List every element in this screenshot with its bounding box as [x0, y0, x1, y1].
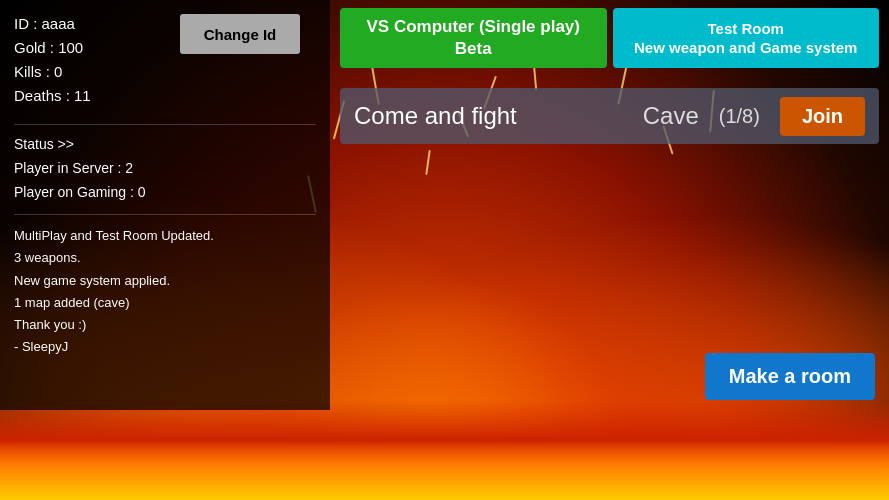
news-line4: 1 map added (cave) — [14, 292, 316, 314]
test-room-button[interactable]: Test Room New weapon and Game system — [613, 8, 880, 68]
player-kills: Kills : 0 — [14, 60, 316, 84]
news-line5: Thank you :) — [14, 314, 316, 336]
test-line1: Test Room — [708, 20, 784, 37]
divider-1 — [14, 124, 316, 125]
vs-computer-button[interactable]: VS Computer (Single play) Beta — [340, 8, 607, 68]
status-section: Status >> Player in Server : 2 Player on… — [14, 133, 316, 204]
test-line2: New weapon and Game system — [634, 39, 857, 56]
status-header: Status >> — [14, 133, 316, 157]
left-panel: ID : aaaa Gold : 100 Kills : 0 Deaths : … — [0, 0, 330, 410]
status-server: Player in Server : 2 — [14, 157, 316, 181]
top-buttons: VS Computer (Single play) Beta Test Room… — [340, 8, 879, 68]
news-line2: 3 weapons. — [14, 247, 316, 269]
room-row: Come and fight Cave (1/8) Join — [340, 88, 879, 144]
divider-2 — [14, 214, 316, 215]
news-line1: MultiPlay and Test Room Updated. — [14, 225, 316, 247]
status-gaming: Player on Gaming : 0 — [14, 181, 316, 205]
vs-line2: Beta — [455, 39, 492, 58]
news-line6: - SleepyJ — [14, 336, 316, 358]
room-players: (1/8) — [719, 105, 760, 128]
join-button[interactable]: Join — [780, 97, 865, 136]
room-name: Come and fight — [354, 102, 633, 130]
news-line3: New game system applied. — [14, 270, 316, 292]
change-id-button[interactable]: Change Id — [180, 14, 300, 54]
make-room-button[interactable]: Make a room — [705, 353, 875, 400]
room-map: Cave — [643, 102, 699, 130]
vs-line1: VS Computer (Single play) — [367, 17, 580, 36]
news-section: MultiPlay and Test Room Updated. 3 weapo… — [14, 225, 316, 358]
player-deaths: Deaths : 11 — [14, 84, 316, 108]
bottom-fire-bright — [0, 440, 889, 500]
